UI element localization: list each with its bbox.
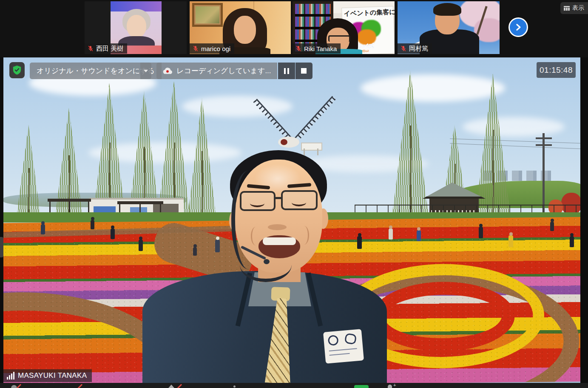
- recording-indicator: レコーディングしています...: [156, 63, 312, 79]
- badge-text-line: [330, 353, 350, 356]
- pause-recording-button[interactable]: [278, 63, 295, 79]
- picture-frame: [192, 3, 223, 27]
- participant-name-tag: 岡村篤: [398, 43, 432, 54]
- participant-tile-nishida[interactable]: 西田 美樹: [85, 1, 187, 54]
- chevron-right-icon: [514, 23, 523, 32]
- glasses: [328, 35, 350, 42]
- chevron-down-icon: [144, 70, 148, 72]
- muted-mic-icon: [192, 45, 199, 52]
- video-off-slash-icon[interactable]: [77, 384, 82, 388]
- participant-tile-tanaka-riki[interactable]: イベントの集客に ベントバズ EventBuz: [293, 1, 395, 54]
- security-slash-icon[interactable]: [176, 384, 182, 388]
- right-letterbox: [580, 57, 588, 383]
- record-button-partial[interactable]: [354, 385, 369, 388]
- participant-name: 西田 美樹: [96, 45, 123, 53]
- participant-name: Riki Tanaka: [304, 45, 337, 52]
- security-button[interactable]: [9, 62, 25, 78]
- participants-icon-partial[interactable]: [388, 385, 392, 388]
- badge-text-line: [329, 348, 357, 351]
- gallery-grid-icon: [564, 6, 570, 11]
- speaker-nose: [268, 224, 287, 230]
- next-participants-button[interactable]: [508, 17, 528, 37]
- participant-name-tag: 西田 美樹: [85, 43, 127, 54]
- participant-name-tag: Riki Tanaka: [293, 43, 341, 54]
- original-sound-dropdown[interactable]: [140, 63, 151, 79]
- recording-status-text: レコーディングしています...: [176, 66, 271, 76]
- participant-face: [234, 16, 256, 44]
- audio-level-icon: [7, 372, 14, 379]
- timer-value: 01:15:48: [540, 66, 573, 75]
- zoom-meeting-window: 西田 美樹 marico ogi: [0, 0, 588, 388]
- tokyo2020-badge: [323, 329, 364, 364]
- active-speaker-video: オリジナル・サウンドをオンにする レコーディングしています... 01:15:4…: [3, 57, 580, 383]
- side-panel-handle[interactable]: [0, 237, 3, 257]
- frame-art: [196, 6, 219, 23]
- poster-headline: イベントの集客に: [344, 8, 395, 17]
- meeting-timer: 01:15:48: [537, 62, 576, 78]
- stop-icon: [301, 68, 307, 74]
- toolbar-edge: +: [0, 383, 588, 388]
- toolbar-dot-icon: [233, 385, 236, 388]
- view-button[interactable]: 表示: [560, 2, 588, 14]
- participant-face: [127, 15, 146, 38]
- glasses-bridge: [275, 197, 282, 199]
- recording-cloud-icon: [162, 67, 173, 75]
- headset-mic: [264, 259, 270, 264]
- left-letterbox: [0, 57, 3, 383]
- smile-line: [299, 226, 309, 245]
- speaker-eye: [292, 199, 306, 206]
- speaker-teeth: [263, 237, 296, 245]
- participant-tile-okamura[interactable]: 岡村篤: [398, 1, 500, 54]
- pause-icon: [284, 68, 289, 74]
- share-arrow-icon-partial[interactable]: [168, 385, 174, 388]
- participant-hair: [433, 3, 461, 16]
- stop-recording-button[interactable]: [295, 63, 312, 79]
- filmstrip: 西田 美樹 marico ogi: [0, 0, 588, 57]
- participant-name-tag: marico ogi: [190, 43, 234, 54]
- headset-chin-strap: [240, 247, 292, 282]
- speaker-name-tag: MASAYUKI TANAKA: [3, 369, 92, 382]
- shield-check-icon: [12, 65, 22, 75]
- muted-mic-icon: [400, 45, 407, 52]
- muted-mic-icon: [87, 45, 94, 52]
- paralympic-emblem: [344, 333, 357, 345]
- participant-name: marico ogi: [201, 45, 230, 52]
- participant-tile-ogi[interactable]: marico ogi: [190, 1, 291, 54]
- view-button-label: 表示: [572, 4, 584, 12]
- olympic-emblem: [328, 335, 339, 346]
- speaker-person: [3, 57, 580, 383]
- muted-mic-icon: [295, 45, 302, 52]
- speaker-name: MASAYUKI TANAKA: [18, 371, 87, 380]
- participant-name: 岡村篤: [409, 45, 428, 53]
- original-sound-label: オリジナル・サウンドをオンにする: [37, 66, 155, 76]
- participants-plus-icon: +: [393, 383, 396, 387]
